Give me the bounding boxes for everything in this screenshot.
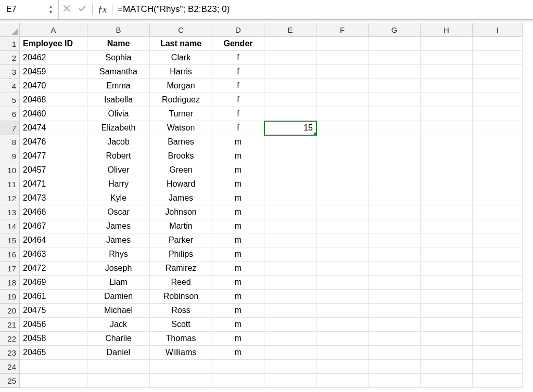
cell-I12[interactable] — [473, 191, 523, 205]
column-header-C[interactable]: C — [150, 23, 212, 37]
cell-D13[interactable]: m — [212, 205, 264, 219]
cell-E19[interactable] — [264, 290, 316, 304]
column-header-E[interactable]: E — [264, 23, 316, 37]
cell-F21[interactable] — [316, 318, 369, 332]
cell-F18[interactable] — [316, 276, 369, 290]
cell-G1[interactable] — [369, 37, 421, 51]
cell-D9[interactable]: m — [212, 149, 264, 163]
row-header-8[interactable]: 8 — [0, 135, 20, 149]
cell-H7[interactable] — [421, 121, 473, 135]
cell-E2[interactable] — [264, 51, 316, 65]
cell-F23[interactable] — [316, 346, 369, 360]
cell-C18[interactable]: Reed — [150, 276, 212, 290]
cell-H8[interactable] — [421, 135, 473, 149]
cell-I14[interactable] — [473, 219, 523, 233]
cell-E14[interactable] — [264, 219, 316, 233]
column-header-F[interactable]: F — [316, 23, 369, 37]
cell-G7[interactable] — [369, 121, 421, 135]
cell-C3[interactable]: Harris — [150, 65, 212, 79]
cell-I16[interactable] — [473, 247, 523, 262]
formula-input[interactable] — [115, 3, 530, 16]
cell-G21[interactable] — [369, 318, 421, 332]
cell-F3[interactable] — [316, 65, 369, 79]
row-header-2[interactable]: 2 — [0, 51, 20, 65]
name-box[interactable] — [3, 3, 47, 16]
cell-A18[interactable]: 20469 — [20, 276, 87, 290]
row-header-20[interactable]: 20 — [0, 304, 20, 318]
cell-A19[interactable]: 20461 — [20, 290, 87, 304]
row-header-16[interactable]: 16 — [0, 247, 20, 262]
cell-C5[interactable]: Rodriguez — [150, 93, 212, 107]
cell-C19[interactable]: Robinson — [150, 290, 212, 304]
cell-A6[interactable]: 20460 — [20, 107, 87, 121]
cell-C10[interactable]: Green — [150, 163, 212, 177]
cell-E4[interactable] — [264, 79, 316, 93]
cell-B1[interactable]: Name — [87, 37, 150, 51]
cell-F14[interactable] — [316, 219, 369, 233]
cell-E25[interactable] — [264, 374, 316, 388]
cell-A12[interactable]: 20473 — [20, 191, 87, 205]
cell-D25[interactable] — [212, 374, 264, 388]
cell-H14[interactable] — [421, 219, 473, 233]
cell-B14[interactable]: James — [87, 219, 150, 233]
cell-I3[interactable] — [473, 65, 523, 79]
cell-H22[interactable] — [421, 332, 473, 346]
row-header-9[interactable]: 9 — [0, 149, 20, 163]
row-header-17[interactable]: 17 — [0, 262, 20, 276]
cell-I18[interactable] — [473, 276, 523, 290]
cell-C20[interactable]: Ross — [150, 304, 212, 318]
row-header-12[interactable]: 12 — [0, 191, 20, 205]
column-header-I[interactable]: I — [473, 23, 523, 37]
cell-H10[interactable] — [421, 163, 473, 177]
select-all-corner[interactable] — [0, 23, 20, 37]
cell-B6[interactable]: Olivia — [87, 107, 150, 121]
cell-C6[interactable]: Turner — [150, 107, 212, 121]
cell-I4[interactable] — [473, 79, 523, 93]
cell-E17[interactable] — [264, 262, 316, 276]
row-header-18[interactable]: 18 — [0, 276, 20, 290]
cell-I24[interactable] — [473, 360, 523, 374]
cell-E13[interactable] — [264, 205, 316, 219]
cell-B3[interactable]: Samantha — [87, 65, 150, 79]
cell-D6[interactable]: f — [212, 107, 264, 121]
cell-F5[interactable] — [316, 93, 369, 107]
cell-G23[interactable] — [369, 346, 421, 360]
cell-I13[interactable] — [473, 205, 523, 219]
cell-I10[interactable] — [473, 163, 523, 177]
cell-B12[interactable]: Kyle — [87, 191, 150, 205]
cell-I19[interactable] — [473, 290, 523, 304]
cell-C8[interactable]: Barnes — [150, 135, 212, 149]
cell-G25[interactable] — [369, 374, 421, 388]
row-header-19[interactable]: 19 — [0, 290, 20, 304]
cell-H24[interactable] — [421, 360, 473, 374]
cell-C15[interactable]: Parker — [150, 233, 212, 247]
row-header-15[interactable]: 15 — [0, 233, 20, 247]
cell-H25[interactable] — [421, 374, 473, 388]
cell-D1[interactable]: Gender — [212, 37, 264, 51]
cell-G18[interactable] — [369, 276, 421, 290]
cell-B8[interactable]: Jacob — [87, 135, 150, 149]
column-header-B[interactable]: B — [87, 23, 150, 37]
cell-I7[interactable] — [473, 121, 523, 135]
cell-E12[interactable] — [264, 191, 316, 205]
row-header-10[interactable]: 10 — [0, 163, 20, 177]
cell-E11[interactable] — [264, 177, 316, 191]
cell-C11[interactable]: Howard — [150, 177, 212, 191]
cell-G4[interactable] — [369, 79, 421, 93]
row-header-4[interactable]: 4 — [0, 79, 20, 93]
cell-H19[interactable] — [421, 290, 473, 304]
cell-E6[interactable] — [264, 107, 316, 121]
cell-H3[interactable] — [421, 65, 473, 79]
cell-I9[interactable] — [473, 149, 523, 163]
cell-F6[interactable] — [316, 107, 369, 121]
cell-C25[interactable] — [150, 374, 212, 388]
cell-A5[interactable]: 20468 — [20, 93, 87, 107]
cell-D21[interactable]: m — [212, 318, 264, 332]
row-header-21[interactable]: 21 — [0, 318, 20, 332]
cell-B4[interactable]: Emma — [87, 79, 150, 93]
cell-I6[interactable] — [473, 107, 523, 121]
cell-F10[interactable] — [316, 163, 369, 177]
cell-I17[interactable] — [473, 262, 523, 276]
row-header-13[interactable]: 13 — [0, 205, 20, 219]
cell-H18[interactable] — [421, 276, 473, 290]
